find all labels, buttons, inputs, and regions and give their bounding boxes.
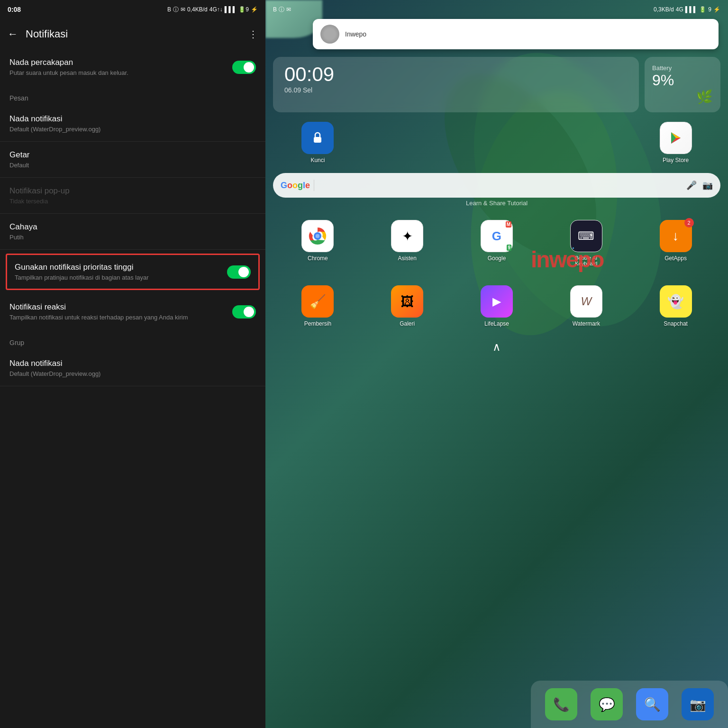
home-screen-panel: B ⓘ ✉ 0,3KB/d 4G ▌▌▌ 🔋 9 ⚡ Inwepo 00:09 … [265, 0, 728, 728]
kunci-label: Kunci [310, 157, 325, 164]
mic-icon[interactable]: 🎤 [686, 180, 697, 191]
pembersih-label: Pembersih [304, 320, 331, 327]
svg-rect-3 [314, 137, 321, 143]
phone-icon[interactable]: 📞 [545, 688, 577, 720]
pembersih-icon[interactable]: 🧹 [301, 285, 334, 318]
grup-nada-notifikasi-label: Nada notifikasi [9, 359, 256, 368]
app-galeri[interactable]: 🖼 Galeri [386, 285, 428, 327]
search-bar[interactable]: Google 🎤 📷 [273, 173, 720, 198]
prioritas-tinggi-container: Gunakan notifikasi prioritas tinggi Tamp… [6, 254, 260, 290]
back-button[interactable]: ← [8, 28, 18, 40]
more-options-button[interactable]: ⋮ [248, 28, 258, 40]
search-bottom-icon[interactable]: 🔍 [636, 688, 668, 720]
prioritas-tinggi-text: Gunakan notifikasi prioritas tinggi Tamp… [15, 263, 149, 281]
battery-right: 🔋 [699, 6, 706, 13]
asisten-label: Asisten [398, 255, 417, 262]
app-chrome[interactable]: Chrome [296, 220, 339, 266]
dock-search[interactable]: 🔍 [631, 688, 673, 720]
search-action-icons[interactable]: 🎤 📷 [686, 180, 713, 191]
nada-notifikasi-sublabel: Default (WaterDrop_preview.ogg) [9, 126, 256, 133]
app-google[interactable]: G M 9 Google [475, 220, 518, 266]
cahaya-label: Cahaya [9, 222, 256, 232]
svg-point-12 [316, 234, 319, 238]
prioritas-tinggi-sublabel: Tampilkan pratinjau notifikasi di bagian… [15, 274, 149, 281]
nada-percakapan-sublabel: Putar suara untuk pesan masuk dan keluar… [9, 69, 128, 76]
getar-label: Getar [9, 150, 256, 160]
messages-icon[interactable]: 💬 [591, 688, 623, 720]
app-row-2: Chrome ✦ Asisten G M 9 Google ⌨ • Bobble… [265, 210, 728, 276]
battery-plant-icon: 🌿 [696, 89, 713, 105]
snapchat-icon[interactable]: 👻 [660, 285, 692, 318]
cahaya-item[interactable]: Cahaya Putih [0, 214, 265, 250]
nada-percakapan-item[interactable]: Nada percakapan Putar suara untuk pesan … [0, 49, 265, 85]
notifikasi-reaksi-text: Notifikasi reaksi Tampilkan notifikasi u… [9, 302, 188, 321]
clock-date: 06.09 Sel [284, 86, 628, 94]
nada-notifikasi-item[interactable]: Nada notifikasi Default (WaterDrop_previ… [0, 106, 265, 142]
watermark-icon[interactable]: W [570, 285, 602, 318]
notif-avatar [320, 25, 339, 44]
settings-panel: 0:08 B ⓘ ✉ 0,4KB/d 4G↑↓ ▌▌▌ 🔋9 ⚡ ← Notif… [0, 0, 265, 728]
notifikasi-popup-label: Notifikasi pop-up [9, 186, 256, 196]
widget-row: 00:09 06.09 Sel Battery 9% 🌿 [265, 57, 728, 112]
google-icon[interactable]: G M 9 [481, 220, 513, 252]
data-speed-right: 0,3KB/d [654, 6, 674, 13]
notification-popup[interactable]: Inwepo [313, 19, 719, 49]
getar-item[interactable]: Getar Default [0, 142, 265, 178]
kunci-icon[interactable] [301, 122, 334, 154]
lifelapse-icon[interactable]: ▶ [481, 285, 513, 318]
charging-right: ⚡ [713, 6, 720, 13]
search-subtitle: Learn & Share Tutorial [273, 200, 720, 207]
network-4g: 4G [676, 6, 683, 13]
prioritas-tinggi-item[interactable]: Gunakan notifikasi prioritas tinggi Tamp… [7, 255, 258, 289]
galeri-icon[interactable]: 🖼 [391, 285, 423, 318]
app-asisten[interactable]: ✦ Asisten [386, 220, 428, 266]
camera-icon[interactable]: 📷 [682, 688, 714, 720]
galeri-label: Galeri [400, 320, 415, 327]
asisten-icon[interactable]: ✦ [391, 220, 423, 252]
app-play-store[interactable]: Play Store [655, 122, 697, 164]
status-icon-3: ✉ [181, 6, 185, 13]
status-time: 0:08 [8, 6, 21, 13]
notifikasi-reaksi-toggle[interactable] [232, 305, 256, 318]
dock-phone[interactable]: 📞 [540, 688, 582, 720]
search-bar-container: Google 🎤 📷 Learn & Share Tutorial [265, 173, 728, 207]
battery-widget: Battery 9% 🌿 [645, 57, 720, 112]
status-left-icons: B ⓘ ✉ [273, 6, 291, 14]
status-bar-right: B ⓘ ✉ 0,3KB/d 4G ▌▌▌ 🔋 9 ⚡ [265, 0, 728, 19]
google-label: Google [488, 255, 506, 262]
getapps-icon[interactable]: ↓ 2 [660, 220, 692, 252]
dock-camera[interactable]: 📷 [676, 688, 719, 720]
notifikasi-reaksi-item[interactable]: Notifikasi reaksi Tampilkan notifikasi u… [0, 294, 265, 329]
data-speed: 0,4KB/d [187, 6, 208, 13]
chrome-label: Chrome [308, 255, 328, 262]
notifikasi-popup-sublabel: Tidak tersedia [9, 198, 256, 205]
grup-nada-notifikasi-sublabel: Default (WaterDrop_preview.ogg) [9, 370, 256, 377]
getapps-badge: 2 [684, 218, 694, 228]
app-pembersih[interactable]: 🧹 Pembersih [296, 285, 339, 327]
prioritas-tinggi-toggle[interactable] [227, 265, 251, 279]
settings-list: Nada percakapan Putar suara untuk pesan … [0, 49, 265, 728]
signal-bars: ▌▌▌ [225, 6, 237, 13]
prioritas-tinggi-label: Gunakan notifikasi prioritas tinggi [15, 263, 149, 272]
dock-messages[interactable]: 💬 [585, 688, 628, 720]
status-circle-icon: ⓘ [279, 6, 284, 14]
status-mail-icon: ✉ [286, 6, 291, 13]
nada-percakapan-toggle[interactable] [232, 61, 256, 74]
app-kunci[interactable]: Kunci [296, 122, 339, 164]
status-b-icon: B [273, 6, 277, 13]
signal-right: ▌▌▌ [685, 6, 698, 13]
app-getapps[interactable]: ↓ 2 GetApps [655, 220, 697, 266]
pesan-section-header: Pesan [0, 85, 265, 106]
play-store-label: Play Store [663, 157, 689, 164]
status-icons-left: B ⓘ ✉ 0,4KB/d 4G↑↓ ▌▌▌ 🔋9 ⚡ [167, 6, 258, 14]
lens-icon[interactable]: 📷 [702, 180, 713, 191]
app-snapchat[interactable]: 👻 Snapchat [655, 285, 697, 327]
notifikasi-reaksi-label: Notifikasi reaksi [9, 302, 188, 312]
grup-nada-notifikasi-item[interactable]: Nada notifikasi Default (WaterDrop_previ… [0, 350, 265, 386]
up-arrow[interactable]: ∧ [265, 337, 728, 357]
app-watermark[interactable]: W Watermark [565, 285, 608, 327]
snapchat-label: Snapchat [664, 320, 688, 327]
chrome-icon[interactable] [301, 220, 334, 252]
play-store-icon[interactable] [660, 122, 692, 154]
app-lifelapse[interactable]: ▶ LifeLapse [475, 285, 518, 327]
